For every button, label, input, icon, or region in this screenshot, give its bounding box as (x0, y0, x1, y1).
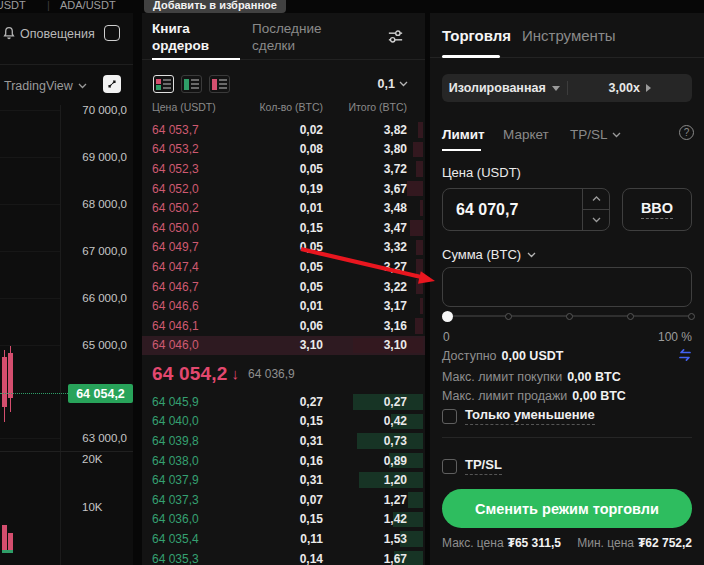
slider-dot-100[interactable] (688, 313, 695, 320)
bid-qty: 0,15 (242, 414, 323, 428)
ask-price: 64 049,7 (152, 240, 242, 254)
order-type-limit[interactable]: Лимит (442, 127, 485, 142)
tpsl-label: TP/SL (465, 457, 502, 475)
ask-row[interactable]: 64 049,70,053,32 (142, 238, 425, 258)
slider-dot-75[interactable] (627, 313, 634, 320)
gridline (0, 204, 60, 205)
bid-row[interactable]: 64 035,30,141,67 (142, 549, 425, 565)
tpsl-row: TP/SL (442, 457, 502, 475)
tradingview-selector[interactable]: TradingView (4, 79, 87, 93)
bbo-button[interactable]: BBO (622, 188, 692, 231)
min-price-value: ₮62 752,2 (638, 536, 692, 550)
app-window: Т/USDT | ADA/USDT Добавить в избранное О… (0, 0, 704, 565)
ask-row[interactable]: 64 046,70,053,22 (142, 277, 425, 297)
bid-row[interactable]: 64 035,40,111,53 (142, 529, 425, 549)
ask-row[interactable]: 64 053,20,083,80 (142, 140, 425, 160)
slider-dot-50[interactable] (566, 313, 573, 320)
depth-bar (416, 161, 423, 177)
volume-axis-label: 20K (82, 453, 102, 465)
ask-price: 64 052,0 (152, 182, 242, 196)
column-total: Итого (BTC) (323, 101, 407, 113)
price-axis-label: 69 000,0 (67, 151, 127, 163)
transfer-icon[interactable] (676, 346, 694, 368)
ticker-tab-left[interactable]: Т/USDT (0, 0, 26, 11)
ask-row[interactable]: 64 046,10,063,16 (142, 316, 425, 336)
margin-mode-dropdown[interactable]: Изолированная (442, 81, 567, 95)
available-value: 0,00 USDT (502, 349, 564, 363)
precision-dropdown[interactable]: 0,1 (378, 77, 408, 91)
ask-row[interactable]: 64 046,03,103,10 (142, 336, 425, 356)
caret-down-icon (552, 86, 560, 91)
alerts-label[interactable]: Оповещения (20, 27, 95, 41)
column-price: Цена (USDT) (152, 101, 242, 113)
ask-row[interactable]: 64 047,40,053,27 (142, 257, 425, 277)
ask-row[interactable]: 64 050,00,153,47 (142, 218, 425, 238)
ask-row[interactable]: 64 046,60,013,17 (142, 296, 425, 316)
divider (0, 64, 133, 65)
leverage-selector[interactable]: 3,00x (568, 81, 693, 95)
column-qty: Кол-во (BTC) (242, 101, 323, 113)
gridline (0, 157, 60, 158)
price-input-value[interactable]: 64 070,7 (443, 189, 582, 230)
ask-qty: 0,05 (242, 280, 323, 294)
chevron-down-icon (527, 252, 536, 258)
ask-total: 3,17 (323, 299, 407, 313)
last-price-row: 64 054,2 ↓ 64 036,9 (142, 355, 425, 392)
view-mode-both-icon[interactable] (153, 75, 174, 93)
bid-price: 64 040,0 (152, 414, 242, 428)
ask-qty: 0,05 (242, 260, 323, 274)
max-sell-value: 0,00 BTC (572, 389, 626, 403)
ask-row[interactable]: 64 052,30,053,72 (142, 159, 425, 179)
order-type-market[interactable]: Маркет (503, 127, 549, 142)
price-increment-button[interactable] (583, 189, 609, 209)
order-book-panel: Книга ордеров Последние сделки (142, 13, 425, 565)
tab-order-book[interactable]: Книга ордеров (152, 20, 234, 54)
bid-row[interactable]: 64 037,90,311,20 (142, 470, 425, 490)
leverage-value: 3,00x (609, 81, 640, 95)
tab-trade[interactable]: Торговля (442, 27, 511, 44)
expand-chart-icon[interactable] (103, 75, 121, 93)
candle-body (8, 353, 13, 398)
price-input[interactable]: 64 070,7 (442, 188, 610, 231)
square-toggle-icon[interactable] (104, 25, 120, 41)
price-decrement-button[interactable] (583, 209, 609, 230)
bid-row[interactable]: 64 036,00,151,42 (142, 510, 425, 530)
bid-row[interactable]: 64 038,00,160,89 (142, 451, 425, 471)
chevron-down-icon (78, 83, 87, 89)
order-type-tpsl[interactable]: TP/SL (570, 127, 621, 142)
gridline (0, 251, 60, 252)
depth-bar (415, 318, 423, 334)
bid-row[interactable]: 64 040,00,150,42 (142, 412, 425, 432)
price-limits-row: Макс. цена ₮65 311,5 Мин. цена ₮62 752,2 (442, 536, 692, 550)
tpsl-checkbox[interactable] (442, 459, 457, 474)
ask-price: 64 046,6 (152, 299, 242, 313)
candle-body (2, 357, 7, 407)
bid-row[interactable]: 64 045,90,270,27 (142, 392, 425, 412)
price-field-label: Цена (USDT) (442, 165, 521, 180)
ask-row[interactable]: 64 050,20,013,48 (142, 198, 425, 218)
bid-row[interactable]: 64 039,80,310,73 (142, 431, 425, 451)
margin-mode-value: Изолированная (449, 81, 546, 95)
view-mode-asks-icon[interactable] (209, 75, 230, 93)
max-sell-row: Макс. лимит продажи 0,00 BTC (442, 389, 626, 403)
tab-recent-trades[interactable]: Последние сделки (252, 20, 352, 54)
ask-row[interactable]: 64 052,00,193,67 (142, 179, 425, 199)
reduce-only-checkbox[interactable] (442, 409, 457, 424)
tab-tools[interactable]: Инструменты (522, 27, 616, 44)
slider-dot-25[interactable] (505, 313, 512, 320)
help-icon[interactable]: ? (679, 125, 694, 140)
bbo-button-label: BBO (641, 200, 673, 219)
ticker-tab-ada-usdt[interactable]: ADA/USDT (60, 0, 116, 11)
max-price-value: ₮65 311,5 (508, 536, 561, 550)
bid-row[interactable]: 64 037,30,071,27 (142, 490, 425, 510)
change-trade-mode-button[interactable]: Сменить режим торговли (442, 489, 692, 528)
view-mode-bids-icon[interactable] (181, 75, 202, 93)
bid-qty: 0,07 (242, 493, 323, 507)
add-to-favorites-button[interactable]: Добавить в избранное (144, 0, 286, 13)
amount-input[interactable] (442, 267, 692, 307)
depth-bar (418, 122, 423, 138)
ask-row[interactable]: 64 053,70,023,82 (142, 120, 425, 140)
order-book-settings-icon[interactable] (386, 27, 405, 50)
ask-total: 3,16 (323, 319, 407, 333)
slider-handle[interactable] (442, 311, 453, 322)
